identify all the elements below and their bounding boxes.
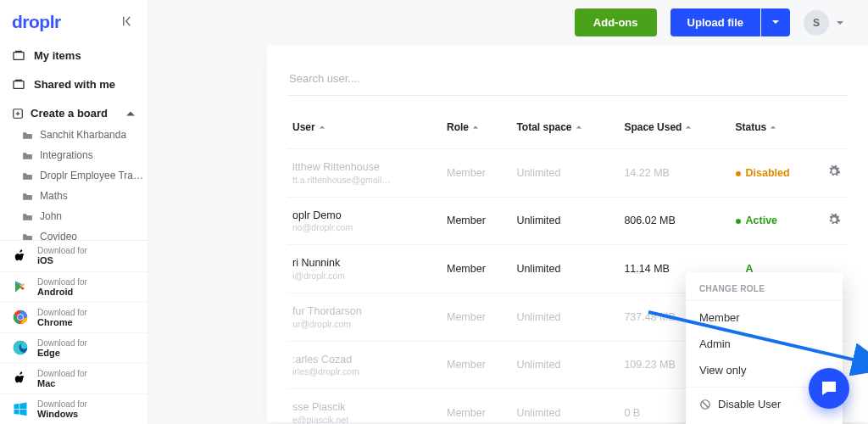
board-item[interactable]: Sanchit Kharbanda — [0, 125, 147, 145]
svg-point-5 — [18, 315, 23, 320]
user-name: fur Thordarson — [292, 305, 403, 319]
folder-icon — [22, 212, 33, 221]
upload-button[interactable]: Upload file — [670, 8, 760, 36]
user-role: Member — [442, 389, 511, 424]
user-total-space: Unlimited — [511, 341, 619, 389]
nav-my-items-label: My items — [34, 49, 81, 62]
user-total-space: Unlimited — [511, 389, 619, 424]
user-role: Member — [442, 245, 511, 293]
row-settings-button[interactable] — [827, 169, 841, 181]
create-board-toggle[interactable]: Create a board — [0, 98, 147, 125]
menu-delete-user[interactable]: Delete user — [686, 417, 843, 424]
folder-icon — [22, 232, 33, 241]
caret-up-icon — [125, 109, 136, 119]
chrome-icon — [12, 309, 29, 326]
upload-caret-button[interactable] — [761, 8, 790, 36]
caret-down-icon — [836, 19, 844, 27]
table-row: itthew Rittenhousett.a.rittenhouse@gmail… — [287, 149, 848, 198]
user-name: sse Piascik — [292, 401, 403, 415]
user-name: ri Nunnink — [292, 257, 403, 271]
user-avatar-menu[interactable]: S — [804, 10, 844, 36]
main-area: Add-ons Upload file S User Role Tota — [148, 0, 868, 424]
user-email: ur@droplr.com — [292, 319, 437, 329]
user-name: itthew Rittenhouse — [292, 161, 403, 175]
user-status: Disabled — [731, 149, 822, 198]
sidebar: droplr My items Shared with me Create a … — [0, 0, 148, 424]
svg-rect-0 — [14, 53, 24, 60]
user-total-space: Unlimited — [511, 293, 619, 341]
nav-shared-label: Shared with me — [34, 78, 115, 91]
gear-icon — [827, 213, 841, 226]
user-total-space: Unlimited — [511, 197, 619, 245]
menu-header: CHANGE ROLE — [686, 281, 843, 301]
table-row: oplr Demono@droplr.comMemberUnlimited806… — [287, 197, 848, 245]
play-icon — [12, 278, 29, 295]
board-item[interactable]: John — [0, 206, 147, 226]
nav-my-items[interactable]: My items — [0, 41, 147, 70]
download-windows[interactable]: Download forWindows — [0, 394, 147, 424]
avatar-initial: S — [804, 10, 829, 36]
col-status[interactable]: Status — [731, 113, 822, 149]
user-role: Member — [442, 149, 511, 198]
user-role: Member — [442, 341, 511, 389]
user-name: oplr Demo — [292, 209, 403, 223]
folder-icon — [22, 151, 33, 160]
board-item[interactable]: Integrations — [0, 145, 147, 165]
windows-icon — [12, 400, 29, 417]
user-email: e@piascik.net — [292, 415, 437, 424]
collapse-sidebar-icon[interactable] — [120, 14, 136, 31]
user-space-used: 14.22 MB — [619, 149, 730, 198]
addons-button[interactable]: Add-ons — [575, 8, 657, 36]
edge-icon — [12, 339, 29, 356]
user-email: no@droplr.com — [292, 222, 437, 232]
board-item[interactable]: Maths — [0, 186, 147, 206]
apple-icon — [12, 248, 29, 265]
user-role: Member — [442, 197, 511, 245]
search-input[interactable] — [287, 65, 848, 96]
download-edge[interactable]: Download forEdge — [0, 333, 147, 364]
folder-icon — [22, 171, 33, 181]
download-chrome[interactable]: Download forChrome — [0, 303, 147, 333]
board-item[interactable]: Droplr Employee Tra… — [0, 165, 147, 186]
download-ios[interactable]: Download foriOS — [0, 241, 147, 271]
caret-down-icon — [771, 18, 780, 26]
brand-logo[interactable]: droplr — [12, 12, 61, 32]
create-board-label: Create a board — [31, 107, 108, 120]
apple-icon — [12, 370, 29, 387]
user-role: Member — [442, 293, 511, 341]
menu-member[interactable]: Member — [686, 304, 843, 331]
chat-bubble-button[interactable] — [809, 368, 849, 409]
menu-admin[interactable]: Admin — [686, 331, 843, 357]
svg-rect-1 — [14, 81, 24, 89]
chat-icon — [819, 378, 839, 399]
row-settings-button[interactable] — [827, 217, 841, 229]
board-item[interactable]: Covideo — [0, 226, 147, 240]
download-android[interactable]: Download forAndroid — [0, 272, 147, 303]
topbar: Add-ons Upload file S — [148, 0, 868, 45]
folder-icon — [22, 131, 33, 140]
block-icon — [699, 399, 711, 410]
user-total-space: Unlimited — [511, 149, 619, 198]
users-panel: User Role Total space Space Used Status … — [267, 45, 868, 422]
folder-icon — [22, 192, 33, 201]
col-used[interactable]: Space Used — [619, 113, 730, 149]
user-status: Active — [731, 197, 822, 245]
col-user[interactable]: User — [287, 113, 442, 149]
user-email: tt.a.rittenhouse@gmail… — [292, 175, 437, 185]
download-mac[interactable]: Download forMac — [0, 364, 147, 394]
col-role[interactable]: Role — [442, 113, 511, 149]
user-space-used: 806.02 MB — [619, 197, 730, 245]
user-name: :arles Cozad — [292, 354, 403, 367]
col-total[interactable]: Total space — [511, 113, 619, 149]
gear-icon — [827, 165, 841, 178]
nav-shared[interactable]: Shared with me — [0, 70, 147, 98]
user-email: i@droplr.com — [292, 271, 437, 281]
user-total-space: Unlimited — [511, 245, 619, 293]
user-email: irles@droplr.com — [292, 366, 437, 377]
